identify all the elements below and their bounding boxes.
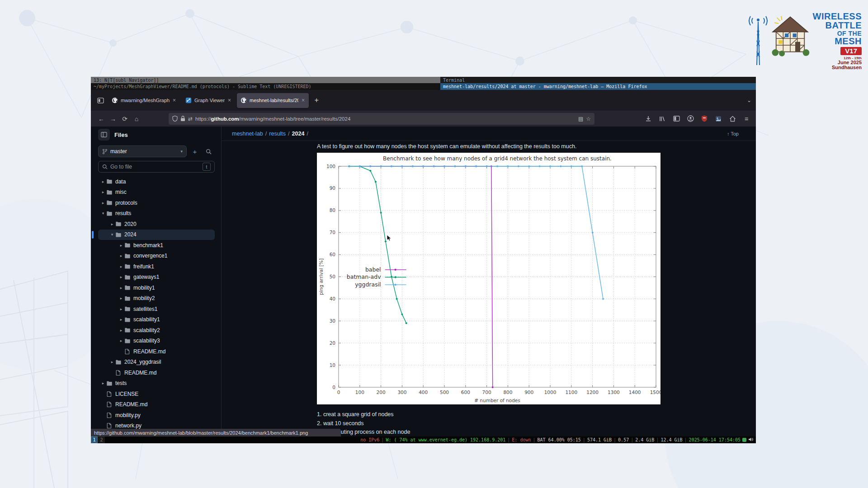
svg-text:# number of nodes: # number of nodes bbox=[474, 398, 520, 403]
downloads-button[interactable] bbox=[643, 114, 653, 124]
tab-close-button[interactable]: × bbox=[172, 97, 176, 103]
browser-tab[interactable]: mwarning/MeshGraphVie× bbox=[108, 93, 180, 108]
tree-row-readme-md[interactable]: README.md bbox=[98, 346, 215, 357]
tree-item-label: convergence1 bbox=[133, 253, 167, 259]
svg-text:1400: 1400 bbox=[629, 389, 641, 395]
chevron-icon[interactable]: ▸ bbox=[118, 338, 124, 343]
firefox-titlebar-focused[interactable]: meshnet-lab/results/2024 at master - mwa… bbox=[440, 83, 756, 90]
tree-row-readme-md[interactable]: README.md bbox=[98, 367, 215, 378]
tab-close-button[interactable]: × bbox=[227, 97, 231, 103]
new-tab-button[interactable]: + bbox=[311, 96, 322, 104]
folder-icon bbox=[124, 263, 133, 269]
chevron-icon[interactable]: ▾ bbox=[100, 211, 106, 216]
reader-mode-icon[interactable]: ▤ bbox=[578, 116, 583, 122]
github-page: Files master ▾ + bbox=[91, 127, 756, 436]
browser-tab[interactable]: Graph Viewer× bbox=[182, 93, 235, 108]
tree-row-mobility-py[interactable]: mobility.py bbox=[98, 410, 215, 421]
lock-icon[interactable] bbox=[180, 116, 185, 122]
tab-close-button[interactable]: × bbox=[301, 97, 305, 103]
tree-row-mobility1[interactable]: ▸mobility1 bbox=[98, 282, 215, 293]
chevron-icon[interactable]: ▾ bbox=[109, 232, 115, 237]
add-file-button[interactable]: + bbox=[189, 146, 200, 157]
status-segment: E: down bbox=[512, 437, 531, 442]
benchmark-chart-image[interactable]: 0100200300400500600700800900100011001200… bbox=[317, 153, 660, 404]
terminal-titlebar[interactable]: Terminal bbox=[440, 77, 756, 83]
tree-row-protocols[interactable]: ▸protocols bbox=[98, 197, 215, 208]
collapse-sidebar-button[interactable] bbox=[98, 129, 110, 141]
chevron-icon[interactable]: ▸ bbox=[118, 328, 124, 333]
library-button[interactable] bbox=[657, 114, 667, 124]
tree-row-readme-md[interactable]: README.md bbox=[98, 399, 215, 410]
menu-button[interactable]: ≡ bbox=[741, 114, 751, 124]
screenshot-extension-icon[interactable] bbox=[713, 114, 723, 124]
chevron-icon[interactable]: ▸ bbox=[118, 275, 124, 279]
workspace-button-1[interactable]: 1 bbox=[91, 436, 98, 443]
chevron-icon[interactable]: ▸ bbox=[118, 296, 124, 300]
go-to-file-input[interactable]: Go to file t bbox=[98, 161, 215, 173]
tree-row-results[interactable]: ▾results bbox=[98, 208, 215, 219]
svg-text:500: 500 bbox=[440, 389, 449, 395]
chevron-icon[interactable]: ▸ bbox=[109, 222, 115, 226]
tree-row-benchmark1[interactable]: ▸benchmark1 bbox=[98, 240, 215, 251]
home-button[interactable]: ⌂ bbox=[131, 113, 142, 125]
status-segment: 574.1 GiB bbox=[587, 437, 612, 442]
tree-row-misc[interactable]: ▸misc bbox=[98, 187, 215, 198]
chevron-icon[interactable]: ▸ bbox=[100, 381, 106, 385]
back-to-top-link[interactable]: ↑ Top bbox=[727, 131, 756, 136]
tree-row-data[interactable]: ▸data bbox=[98, 176, 215, 187]
tree-row-2020[interactable]: ▸2020 bbox=[98, 219, 215, 230]
tree-row-scalability1[interactable]: ▸scalability1 bbox=[98, 314, 215, 325]
tree-row-satellites1[interactable]: ▸satellites1 bbox=[98, 304, 215, 314]
branch-selector[interactable]: master ▾ bbox=[98, 145, 187, 157]
permissions-icon[interactable]: ⇄ bbox=[188, 116, 193, 122]
status-separator: | bbox=[381, 437, 384, 442]
back-button[interactable]: ← bbox=[95, 113, 107, 125]
url-text[interactable]: https://github.com/mwarning/meshnet-lab/… bbox=[195, 116, 576, 122]
reload-button[interactable]: ⟳ bbox=[119, 113, 131, 125]
tree-row-license[interactable]: LICENSE bbox=[98, 389, 215, 399]
chevron-icon[interactable]: ▸ bbox=[118, 264, 124, 269]
svg-text:90: 90 bbox=[330, 185, 335, 191]
tree-item-label: README.md bbox=[115, 401, 147, 408]
tree-row-scalability3[interactable]: ▸scalability3 bbox=[98, 336, 215, 347]
breadcrumb-results-link[interactable]: results bbox=[269, 131, 286, 137]
tree-row-2024-yggdrasil[interactable]: ▸2024_yggdrasil bbox=[98, 357, 215, 368]
workspace-button-2[interactable]: 2 bbox=[98, 436, 105, 443]
chevron-icon[interactable]: ▸ bbox=[100, 179, 106, 184]
status-segment: 2.4 GiB bbox=[635, 437, 654, 442]
tree-row-gateways1[interactable]: ▸gateways1 bbox=[98, 272, 215, 283]
tree-row-mobility2[interactable]: ▸mobility2 bbox=[98, 293, 215, 304]
tree-row-2024[interactable]: ▾2024 bbox=[98, 230, 215, 240]
up-arrow-icon: ↑ bbox=[727, 131, 730, 136]
breadcrumb-repo-link[interactable]: meshnet-lab bbox=[232, 131, 263, 137]
bookmark-star-icon[interactable]: ☆ bbox=[586, 116, 591, 122]
chevron-icon[interactable]: ▸ bbox=[118, 253, 124, 258]
chevron-icon[interactable]: ▸ bbox=[100, 201, 106, 205]
breadcrumb-separator: / bbox=[263, 131, 269, 137]
chevron-icon[interactable]: ▸ bbox=[118, 243, 124, 248]
search-this-repo-button[interactable] bbox=[203, 146, 214, 157]
chevron-icon[interactable]: ▸ bbox=[100, 190, 106, 194]
status-separator: | bbox=[507, 437, 510, 442]
mouse-cursor bbox=[385, 234, 392, 241]
account-button[interactable] bbox=[685, 114, 695, 124]
tree-row-freifunk1[interactable]: ▸freifunk1 bbox=[98, 261, 215, 272]
chevron-icon[interactable]: ▸ bbox=[109, 360, 115, 364]
chevron-icon[interactable]: ▸ bbox=[118, 317, 124, 322]
url-bar[interactable]: ⇄ https://github.com/mwarning/meshnet-la… bbox=[169, 113, 594, 125]
tracking-shield-icon[interactable] bbox=[172, 116, 178, 122]
ublock-extension-icon[interactable] bbox=[699, 114, 709, 124]
homepage-extension-icon[interactable] bbox=[727, 114, 737, 124]
list-all-tabs-button[interactable]: ⌄ bbox=[747, 97, 752, 103]
browser-tab[interactable]: meshnet-lab/results/202× bbox=[237, 93, 309, 108]
chevron-icon[interactable]: ▸ bbox=[118, 286, 124, 290]
tree-row-scalability2[interactable]: ▸scalability2 bbox=[98, 325, 215, 336]
firefox-view-button[interactable] bbox=[94, 94, 106, 106]
chevron-icon[interactable]: ▸ bbox=[118, 307, 124, 311]
sidebar-toggle-button[interactable] bbox=[671, 114, 681, 124]
tree-row-convergence1[interactable]: ▸convergence1 bbox=[98, 251, 215, 262]
sublime-navigator-titlebar[interactable]: 13: N[T[subl Navigator]] bbox=[91, 77, 440, 83]
forward-button[interactable]: → bbox=[107, 113, 119, 125]
sublime-text-titlebar[interactable]: ~/myProjects/MeshGraphViewer/README.md (… bbox=[91, 83, 440, 90]
tree-row-tests[interactable]: ▸tests bbox=[98, 378, 215, 389]
